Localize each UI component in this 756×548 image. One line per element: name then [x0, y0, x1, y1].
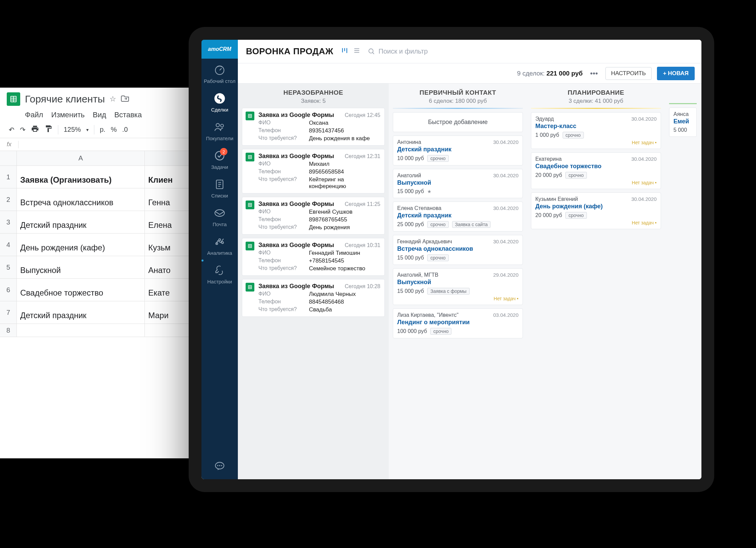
paint-format-icon[interactable] — [44, 125, 53, 134]
more-button[interactable]: ••• — [588, 69, 600, 78]
deal-card[interactable]: Екатерина30.04.2020 Свадебное торжество … — [531, 152, 661, 189]
card-title: Лендинг о мероприятии — [397, 319, 518, 326]
configure-button[interactable]: НАСТРОИТЬ — [605, 67, 652, 80]
cell[interactable]: Свадебное торжество — [17, 279, 145, 301]
cell[interactable]: День рождения (кафе) — [17, 234, 145, 256]
format-decimal[interactable]: .0 — [122, 126, 128, 133]
field-label: Что требуется? — [258, 135, 309, 142]
field-label: ФИО — [258, 291, 309, 298]
column-planning: ПЛАНИРОВАНИЕ 3 сделки: 41 000 руб Эдуард… — [527, 84, 665, 479]
row-header[interactable]: 5 — [0, 256, 17, 279]
chat-icon[interactable] — [213, 460, 226, 473]
lead-card[interactable]: Заявка из Google ФормыСегодня 11:25 ФИОЕ… — [242, 197, 385, 235]
column-primary-contact: ПЕРВИЧНЫЙ КОНТАКТ 6 сделок: 180 000 руб … — [389, 84, 527, 479]
sidebar-item-6[interactable]: Аналитика — [204, 231, 235, 259]
lead-card[interactable]: Заявка из Google ФормыСегодня 10:31 ФИОГ… — [242, 238, 385, 276]
card-date: 30.04.2020 — [631, 196, 657, 202]
field-label: ФИО — [258, 161, 309, 168]
field-value: 898768765455 — [309, 216, 380, 223]
deal-card[interactable]: Анатолий, МГТВ29.04.2020 Выпускной 15 00… — [393, 268, 523, 305]
field-value: Геннадий Тимошин — [309, 250, 380, 256]
menu-file[interactable]: Файл — [25, 111, 43, 119]
sidebar-item-4[interactable]: Списки — [204, 173, 235, 202]
card-price: 20 000 руб — [535, 212, 562, 218]
lead-card[interactable]: Заявка из Google ФормыСегодня 10:28 ФИОЛ… — [242, 279, 385, 317]
kanban-view-icon[interactable] — [341, 47, 348, 56]
card-person: Геннадий Аркадьевич — [397, 239, 452, 245]
corner-cell[interactable] — [0, 151, 17, 166]
card-footer: Нет задач — [535, 220, 657, 225]
sidebar-item-5[interactable]: Почта — [204, 202, 235, 231]
deal-card[interactable]: Лиза Киртаева, "Ивентс"03.04.2020 Лендин… — [393, 308, 523, 338]
cell[interactable]: Детский праздник — [17, 301, 145, 324]
sidebar-label: Настройки — [207, 279, 232, 284]
search-field[interactable]: Поиск и фильтр — [368, 48, 693, 55]
card-price: 100 000 руб — [397, 328, 427, 334]
cell[interactable] — [17, 324, 145, 337]
cell[interactable]: Встреча одноклассников — [17, 188, 145, 211]
lead-card[interactable]: Заявка из Google ФормыСегодня 12:31 ФИОМ… — [242, 149, 385, 193]
card-date: 30.04.2020 — [493, 205, 518, 211]
format-currency[interactable]: р. — [100, 126, 105, 133]
card-person: Эдуард — [535, 116, 554, 122]
deal-card[interactable]: Геннадий Аркадьевич30.04.2020 Встреча од… — [393, 235, 523, 265]
zoom-select[interactable]: 125% — [64, 126, 81, 133]
card-person: Анатолий — [397, 173, 421, 179]
app-logo[interactable]: amoCRM — [201, 40, 238, 59]
move-folder-icon[interactable] — [121, 94, 130, 104]
sidebar-icon — [213, 264, 226, 277]
sidebar-item-1[interactable]: Сделки — [204, 87, 235, 116]
row-header[interactable]: 3 — [0, 211, 17, 234]
cell[interactable]: Выпускной — [17, 256, 145, 279]
tag: срочно — [427, 221, 448, 228]
sidebar-label: Аналитика — [207, 250, 232, 256]
google-forms-icon — [246, 242, 254, 250]
format-percent[interactable]: % — [111, 126, 117, 133]
print-icon[interactable] — [31, 125, 39, 134]
svg-point-20 — [221, 465, 222, 466]
deal-card[interactable]: Анатолий30.04.2020 Выпускной 15 000 руб★ — [393, 169, 523, 198]
menu-edit[interactable]: Изменить — [51, 111, 85, 119]
row-header[interactable]: 4 — [0, 234, 17, 256]
svg-line-28 — [372, 52, 374, 54]
menu-insert[interactable]: Вставка — [114, 111, 142, 119]
quick-add-button[interactable]: Быстрое добавление — [393, 112, 523, 132]
deal-card[interactable]: Эдуард30.04.2020 Мастер-класс 1 000 рубс… — [531, 112, 661, 149]
card-person: Аянса — [673, 111, 689, 117]
deal-card[interactable]: Аянса Емей 5 000 — [669, 108, 697, 137]
badge: 2 — [220, 148, 227, 155]
main-area: ВОРОНКА ПРОДАЖ Поиск и фильтр 9 сделок: — [238, 40, 701, 479]
col-subtitle: 3 сделки: 41 000 руб — [531, 98, 661, 104]
row-header[interactable]: 7 — [0, 301, 17, 324]
undo-icon[interactable]: ↶ — [9, 126, 14, 134]
sidebar-item-2[interactable]: Покупатели — [204, 116, 235, 145]
card-price: 15 000 руб — [397, 188, 424, 194]
field-value: 88454856468 — [309, 299, 380, 305]
deal-card[interactable]: Елена Степанова30.04.2020 Детский праздн… — [393, 202, 523, 232]
redo-icon[interactable]: ↷ — [20, 126, 26, 134]
tag: срочно — [565, 172, 587, 179]
new-deal-button[interactable]: + НОВАЯ — [657, 67, 695, 80]
sidebar-item-3[interactable]: Задачи2 — [204, 145, 235, 173]
sidebar-item-0[interactable]: Рабочий стол — [204, 59, 235, 87]
list-view-icon[interactable] — [353, 47, 360, 56]
field-label: Что требуется? — [258, 306, 309, 313]
formula-bar[interactable]: fx — [0, 138, 202, 151]
deal-card[interactable]: Антонина30.04.2020 Детский праздник 10 0… — [393, 135, 523, 165]
col-header-a[interactable]: A — [17, 151, 145, 166]
sheets-title[interactable]: Горячие клиенты — [25, 93, 105, 105]
row-header[interactable]: 6 — [0, 279, 17, 301]
sidebar-icon — [213, 92, 226, 105]
cell[interactable]: Заявка (Организовать) — [17, 166, 145, 188]
lead-card[interactable]: Заявка из Google ФормыСегодня 12:45 ФИОО… — [242, 108, 385, 146]
row-header[interactable]: 1 — [0, 166, 17, 188]
deal-card[interactable]: Кузьмин Евгений30.04.2020 День рождения … — [531, 192, 661, 229]
cell[interactable]: Детский праздник — [17, 211, 145, 234]
sidebar: amoCRM Рабочий столСделкиПокупателиЗадач… — [201, 40, 238, 479]
col-title: НЕРАЗОБРАННОЕ — [242, 89, 385, 96]
star-icon[interactable]: ☆ — [109, 95, 116, 103]
row-header[interactable]: 2 — [0, 188, 17, 211]
sidebar-item-7[interactable]: Настройки — [204, 259, 235, 288]
row-header[interactable]: 8 — [0, 324, 17, 337]
menu-view[interactable]: Вид — [93, 111, 106, 119]
